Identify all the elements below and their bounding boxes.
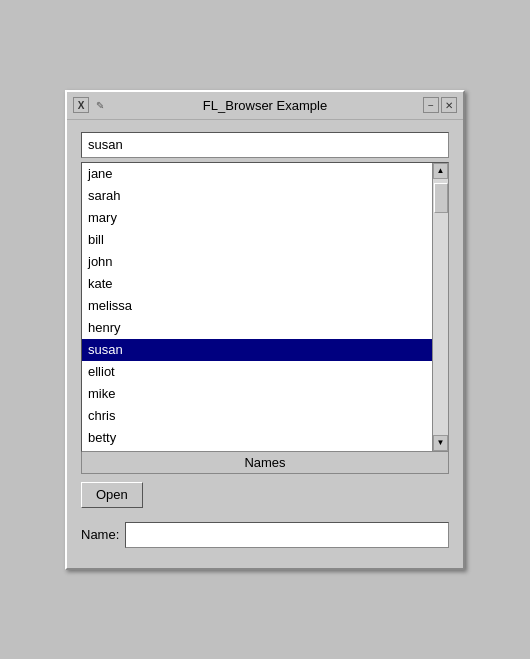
title-bar: X ✎ FL_Browser Example − ✕ (67, 92, 463, 120)
list-item[interactable]: melissa (82, 295, 432, 317)
list-item[interactable]: kate (82, 273, 432, 295)
close-button[interactable]: ✕ (441, 97, 457, 113)
list-item[interactable]: john (82, 251, 432, 273)
scroll-track (433, 179, 448, 435)
window-icon[interactable]: X (73, 97, 89, 113)
open-button[interactable]: Open (81, 482, 143, 508)
scroll-down-button[interactable]: ▼ (433, 435, 448, 451)
browser-list[interactable]: janesarahmarybilljohnkatemelissahenrysus… (81, 162, 449, 452)
scroll-up-button[interactable]: ▲ (433, 163, 448, 179)
list-item[interactable]: sarah (82, 185, 432, 207)
pin-icon[interactable]: ✎ (93, 98, 107, 112)
scroll-thumb[interactable] (434, 183, 448, 213)
name-label: Name: (81, 527, 119, 542)
list-item[interactable]: henry (82, 317, 432, 339)
list-item[interactable]: elliot (82, 361, 432, 383)
list-label: Names (81, 452, 449, 474)
title-bar-left: X ✎ (73, 97, 107, 113)
list-items-container: janesarahmarybilljohnkatemelissahenrysus… (82, 163, 432, 451)
main-window: X ✎ FL_Browser Example − ✕ janesarahmary… (65, 90, 465, 570)
list-item[interactable]: jane (82, 163, 432, 185)
title-bar-right: − ✕ (423, 97, 457, 113)
list-item[interactable]: cathy (82, 449, 432, 451)
window-content: janesarahmarybilljohnkatemelissahenrysus… (67, 120, 463, 568)
scrollbar: ▲ ▼ (432, 163, 448, 451)
name-row: Name: (81, 522, 449, 548)
list-item[interactable]: betty (82, 427, 432, 449)
list-item[interactable]: bill (82, 229, 432, 251)
list-item[interactable]: mary (82, 207, 432, 229)
list-item[interactable]: chris (82, 405, 432, 427)
list-item[interactable]: mike (82, 383, 432, 405)
minimize-button[interactable]: − (423, 97, 439, 113)
list-item[interactable]: susan (82, 339, 432, 361)
window-title: FL_Browser Example (107, 98, 423, 113)
name-input[interactable] (125, 522, 449, 548)
search-input[interactable] (81, 132, 449, 158)
